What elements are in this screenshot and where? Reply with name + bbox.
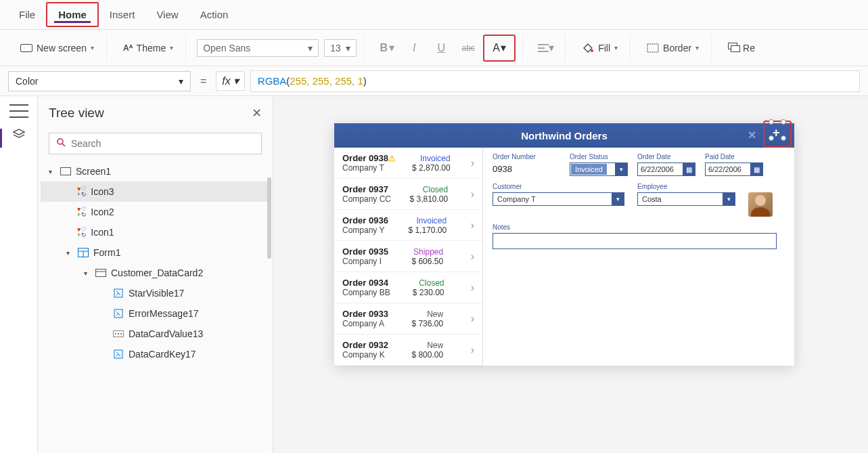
tree-node-label: StarVisible17 (129, 288, 184, 299)
customer-select[interactable]: Company T ▾ (493, 192, 624, 206)
calendar-icon: ▦ (750, 163, 762, 175)
menu-insert[interactable]: Insert (99, 3, 146, 26)
tree-node-label: Customer_DataCard2 (111, 267, 203, 278)
tree-node[interactable]: StarVisible17 (41, 283, 270, 303)
align-icon (538, 43, 549, 53)
chevron-right-icon: › (471, 282, 474, 294)
cancel-icon[interactable]: ✕ (748, 129, 756, 142)
value-order-number: 0938 (493, 163, 560, 174)
app-preview: Northwind Orders + ✕ Order 0938⚠Company … (334, 123, 794, 366)
svg-rect-7 (61, 168, 71, 175)
tree-node[interactable]: ♥♡+↻Icon2 (41, 202, 270, 222)
strikethrough-button[interactable]: abc (456, 37, 480, 59)
left-rail (0, 96, 38, 453)
notes-input[interactable] (493, 233, 777, 249)
svg-rect-4 (647, 44, 658, 52)
chevron-down-icon: ▾ (612, 193, 624, 205)
app-body: Order 0938⚠Company TInvoiced$ 2,870.00›O… (334, 148, 794, 366)
tree-view-panel: Tree view ✕ ▾Screen1♥♡+↻Icon3♥♡+↻Icon2♥♡… (38, 96, 273, 453)
font-color-button-highlighted[interactable]: A▾ (483, 35, 516, 62)
menu-home[interactable]: Home (46, 2, 99, 27)
menu-view[interactable]: View (145, 3, 189, 26)
tree-list: ▾Screen1♥♡+↻Icon3♥♡+↻Icon2♥♡+↻Icon1▾Form… (38, 161, 273, 453)
label-order-number: Order Number (493, 153, 560, 160)
new-screen-label: New screen (37, 43, 87, 53)
chevron-down-icon: ▾ (615, 163, 627, 175)
reorder-label: Re (743, 43, 755, 53)
tree-view-tab[interactable] (12, 129, 26, 139)
tree-search[interactable] (49, 133, 262, 154)
label-order-date: Order Date (637, 153, 695, 160)
new-screen-button[interactable]: New screen ▾ (15, 40, 99, 56)
align-button[interactable]: ▾ (534, 37, 558, 59)
calendar-icon: ▦ (683, 163, 695, 175)
tree-node[interactable]: ▾Screen1 (41, 161, 270, 181)
scrollbar-thumb[interactable] (267, 177, 271, 259)
order-list-item[interactable]: Order 0938⚠Company TInvoiced$ 2,870.00› (334, 148, 482, 179)
label-employee: Employee (637, 183, 739, 190)
label-paid-date: Paid Date (705, 153, 763, 160)
bold-button[interactable]: B▾ (375, 37, 399, 59)
tree-node-label: ErrorMessage17 (129, 308, 199, 319)
tree-node-label: DataCardKey17 (129, 349, 196, 360)
tree-node[interactable]: ♥♡+↻Icon1 (41, 222, 270, 242)
svg-point-3 (591, 49, 593, 52)
order-list[interactable]: Order 0938⚠Company TInvoiced$ 2,870.00›O… (334, 148, 483, 366)
order-list-item[interactable]: Order 0934Company BBClosed$ 230.00› (334, 272, 482, 303)
svg-line-6 (62, 144, 65, 146)
search-input[interactable] (71, 138, 254, 149)
tree-node[interactable]: ▾Customer_DataCard2 (41, 263, 270, 283)
chevron-down-icon: ▾ (179, 76, 183, 87)
svg-rect-11 (96, 269, 106, 277)
chevron-right-icon: › (471, 344, 474, 356)
order-status-select[interactable]: Invoiced ▾ (570, 163, 628, 176)
app-header: Northwind Orders + ✕ (334, 123, 794, 148)
property-value: Color (16, 76, 38, 87)
theme-icon: Aᴬ (123, 43, 133, 53)
border-label: Border (663, 43, 691, 53)
fx-button[interactable]: fx▾ (216, 71, 244, 91)
formula-fn: RGBA (258, 75, 287, 87)
tree-node[interactable]: ErrorMessage17 (41, 303, 270, 324)
fill-button[interactable]: Fill ▾ (576, 40, 623, 56)
chevron-down-icon: ▾ (346, 43, 350, 53)
hamburger-button[interactable] (9, 104, 28, 118)
menu-action[interactable]: Action (189, 3, 239, 26)
theme-button[interactable]: Aᴬ Theme ▾ (118, 40, 179, 56)
paint-bucket-icon (582, 43, 594, 53)
order-list-item[interactable]: Order 0936Company YInvoiced$ 1,170.00› (334, 210, 482, 241)
selection-handles[interactable]: + (763, 121, 792, 148)
order-list-item[interactable]: Order 0933Company ANew$ 736.00› (334, 303, 482, 335)
chevron-right-icon: › (471, 251, 474, 263)
paid-date-input[interactable]: 6/22/2006 ▦ (705, 163, 763, 176)
search-icon (56, 137, 66, 150)
tree-node-label: Form1 (93, 247, 120, 258)
chevron-right-icon: › (471, 219, 474, 232)
tree-node[interactable]: ▾Form1 (41, 242, 270, 263)
chevron-down-icon: ▾ (308, 43, 313, 53)
label-order-status: Order Status (570, 153, 628, 160)
order-date-input[interactable]: 6/22/2006 ▦ (637, 163, 695, 176)
underline-button[interactable]: U (429, 37, 453, 59)
tree-node-label: DataCardValue13 (129, 328, 203, 339)
property-select[interactable]: Color ▾ (8, 71, 191, 91)
tree-node[interactable]: ♥♡+↻Icon3 (41, 181, 270, 202)
formula-input[interactable]: RGBA(255, 255, 255, 1) (250, 70, 860, 92)
order-list-item[interactable]: Order 0937Company CCClosed$ 3,810.00› (334, 179, 482, 210)
font-size-select[interactable]: 13 ▾ (324, 39, 357, 57)
order-list-item[interactable]: Order 0935Company IShipped$ 606.50› (334, 241, 482, 272)
theme-label: Theme (137, 43, 166, 53)
tree-node[interactable]: DataCardKey17 (41, 344, 270, 364)
font-name-select[interactable]: Open Sans ▾ (197, 39, 319, 57)
menu-file[interactable]: File (8, 3, 46, 26)
tree-node[interactable]: DataCardValue13 (41, 324, 270, 344)
order-list-item[interactable]: Order 0932Company KNew$ 800.00› (334, 335, 482, 366)
employee-select[interactable]: Costa ▾ (637, 192, 735, 206)
italic-button[interactable]: I (402, 37, 426, 59)
tree-node-label: Icon1 (91, 227, 114, 238)
border-button[interactable]: Border ▾ (641, 40, 704, 56)
font-name-value: Open Sans (203, 43, 250, 53)
reorder-button[interactable]: Re (723, 40, 760, 56)
close-icon[interactable]: ✕ (252, 106, 262, 121)
canvas[interactable]: Northwind Orders + ✕ Order 0938⚠Company … (273, 96, 868, 453)
